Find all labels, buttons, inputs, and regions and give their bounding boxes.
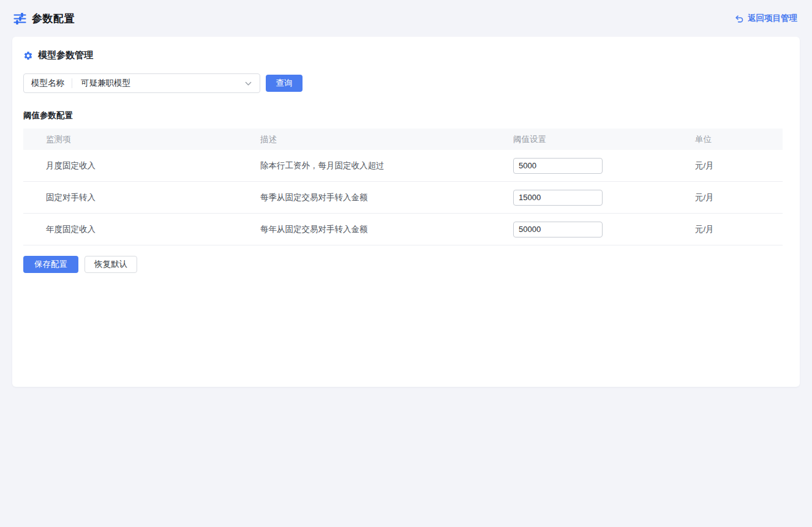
threshold-table: 监测项 描述 阈值设置 单位 月度固定收入 除本行工资外，每月固定收入超过 元/… [23,129,783,245]
header-left: 参数配置 [13,12,75,26]
panel-title: 模型参数管理 [38,50,93,61]
query-button[interactable]: 查询 [266,75,303,92]
column-header-threshold: 阈值设置 [513,134,695,145]
filter-row: 模型名称 可疑兼职模型 查询 [23,73,789,93]
description-cell: 每年从固定交易对手转入金额 [260,224,513,235]
page-title: 参数配置 [32,12,75,26]
undo-arrow-icon [735,14,744,23]
column-header-unit: 单位 [695,134,783,145]
column-header-item: 监测项 [23,134,260,145]
unit-cell: 元/月 [695,192,783,203]
threshold-section-title: 阈值参数配置 [23,110,789,121]
table-row: 年度固定收入 每年从固定交易对手转入金额 元/月 [23,214,783,245]
model-parameter-card: 模型参数管理 模型名称 可疑兼职模型 查询 阈值参数配置 监测项 描述 阈值设置… [12,37,800,387]
monitor-item-cell: 年度固定收入 [23,224,260,235]
threshold-input[interactable] [513,190,603,206]
sliders-icon [13,13,26,24]
table-header-row: 监测项 描述 阈值设置 单位 [23,129,783,150]
back-link[interactable]: 返回项目管理 [735,13,797,24]
back-link-label: 返回项目管理 [748,13,797,24]
top-header: 参数配置 返回项目管理 [0,0,812,37]
unit-cell: 元/月 [695,160,783,171]
save-config-button[interactable]: 保存配置 [23,256,78,273]
monitor-item-cell: 月度固定收入 [23,160,260,171]
description-cell: 每季从固定交易对手转入金额 [260,192,513,203]
column-header-desc: 描述 [260,134,513,145]
gear-icon [23,51,33,61]
monitor-item-cell: 固定对手转入 [23,192,260,203]
panel-title-row: 模型参数管理 [23,50,789,61]
model-name-select[interactable]: 模型名称 可疑兼职模型 [23,73,260,93]
model-name-label: 模型名称 [24,78,72,89]
restore-default-button[interactable]: 恢复默认 [85,256,137,273]
threshold-input[interactable] [513,158,603,174]
table-row: 固定对手转入 每季从固定交易对手转入金额 元/月 [23,182,783,214]
chevron-down-icon [244,80,252,88]
table-row: 月度固定收入 除本行工资外，每月固定收入超过 元/月 [23,150,783,182]
description-cell: 除本行工资外，每月固定收入超过 [260,160,513,171]
threshold-input[interactable] [513,222,603,237]
model-name-selected-value: 可疑兼职模型 [72,78,244,89]
actions-row: 保存配置 恢复默认 [23,256,789,273]
unit-cell: 元/月 [695,224,783,235]
